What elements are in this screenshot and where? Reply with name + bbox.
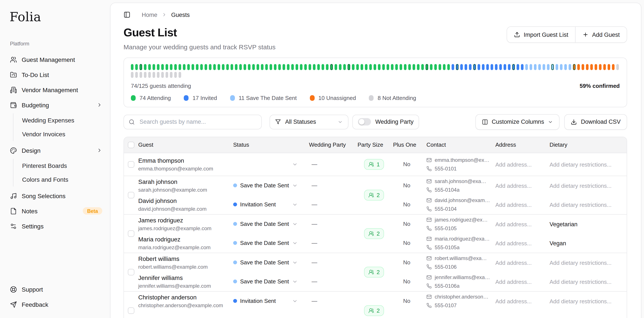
contact-email[interactable]: emma.thompson@example.com — [435, 157, 490, 163]
plus-one-cell[interactable]: No — [393, 221, 426, 227]
contact-phone[interactable]: 555-0101 — [435, 166, 456, 172]
contact-phone[interactable]: 555-0104 — [435, 206, 456, 212]
contact-email[interactable]: christopher.anderson@example.com — [435, 294, 490, 300]
status-cell[interactable]: Save the Date Sent — [233, 253, 309, 272]
status-cell[interactable]: Invitation Sent — [233, 292, 309, 311]
chevron-down-icon[interactable] — [292, 221, 298, 227]
dietary-cell[interactable]: Add dietary restrictions... — [550, 160, 627, 168]
row-checkbox[interactable] — [128, 192, 134, 198]
status-cell[interactable]: Invitation Sent — [233, 195, 309, 214]
status-cell[interactable]: Save the Date Sent — [233, 234, 309, 253]
status-cell[interactable]: Save the Date Sent — [233, 215, 309, 234]
sidebar-subitem-vendor-invoices[interactable]: Vendor Invoices — [22, 127, 104, 141]
contact-email[interactable]: james.rodriguez@example.com — [435, 217, 490, 223]
sidebar-item-to-do-list[interactable]: To-Do List — [10, 67, 104, 82]
contact-phone[interactable]: 555-0106 — [435, 264, 456, 270]
chevron-down-icon[interactable] — [292, 183, 298, 188]
column-header-party-size[interactable]: Party Size — [358, 142, 393, 148]
sidebar-subitem-colors-and-fonts[interactable]: Colors and Fonts — [22, 173, 104, 186]
sidebar-item-support[interactable]: Support — [10, 282, 104, 297]
plus-one-cell[interactable]: No — [393, 278, 426, 285]
row-checkbox[interactable] — [128, 308, 134, 314]
contact-phone[interactable]: 555-0105a — [435, 244, 460, 251]
contact-phone[interactable]: 555-0104a — [435, 187, 460, 193]
contact-phone[interactable]: 555-0107 — [435, 303, 456, 309]
wedding-party-cell[interactable]: — — [309, 278, 358, 285]
address-cell[interactable]: Add address... — [495, 182, 550, 189]
status-filter-select[interactable]: All Statuses — [270, 115, 348, 129]
dietary-cell[interactable]: Add dietary restrictions... — [550, 259, 627, 267]
dietary-cell[interactable]: Add dietary restrictions... — [550, 297, 627, 305]
download-csv-button[interactable]: Download CSV — [564, 114, 627, 130]
status-cell[interactable]: Save the Date Sent — [233, 272, 309, 291]
sidebar-toggle-icon[interactable] — [124, 11, 130, 18]
search-input[interactable] — [139, 118, 256, 126]
sidebar-item-budgeting[interactable]: Budgeting — [10, 97, 104, 113]
column-header-status[interactable]: Status — [233, 142, 309, 148]
plus-one-cell[interactable]: No — [393, 201, 426, 208]
address-cell[interactable]: Add address... — [495, 220, 550, 228]
address-cell[interactable]: Add address... — [495, 239, 550, 247]
dietary-cell[interactable]: Add dietary restrictions... — [550, 278, 627, 286]
column-header-wedding-party[interactable]: Wedding Party — [309, 142, 358, 148]
address-cell[interactable]: Add address... — [495, 278, 550, 286]
sidebar-subitem-pinterest-boards[interactable]: Pinterest Boards — [22, 159, 104, 173]
column-header-address[interactable]: Address — [495, 142, 550, 148]
sidebar-item-settings[interactable]: Settings — [10, 218, 104, 234]
select-all-checkbox[interactable] — [128, 142, 134, 148]
sidebar-item-vendor-management[interactable]: Vendor Management — [10, 82, 104, 97]
column-header-plus-one[interactable]: Plus One — [393, 142, 426, 148]
row-checkbox[interactable] — [128, 230, 134, 237]
chevron-down-icon[interactable] — [292, 161, 298, 167]
sidebar-item-notes[interactable]: NotesBeta — [10, 203, 104, 218]
contact-email[interactable]: sarah.johnson@example.com — [435, 178, 490, 184]
contact-email[interactable]: jennifer.williams@example.com — [435, 274, 490, 280]
wedding-party-cell[interactable]: — — [309, 259, 358, 266]
sidebar-item-song-selections[interactable]: Song Selections — [10, 188, 104, 203]
sidebar-item-feedback[interactable]: Feedback — [10, 297, 104, 312]
chevron-down-icon[interactable] — [292, 202, 298, 207]
row-checkbox[interactable] — [128, 161, 134, 168]
dietary-cell[interactable]: Add dietary restrictions... — [550, 182, 627, 189]
wedding-party-cell[interactable]: — — [309, 221, 358, 227]
plus-one-cell[interactable]: No — [393, 298, 426, 304]
contact-email[interactable]: maria.rodriguez@example.com — [435, 236, 490, 242]
plus-one-cell[interactable]: No — [393, 182, 426, 189]
status-cell[interactable]: Save the Date Sent — [233, 176, 309, 195]
contact-phone[interactable]: 555-0105 — [435, 225, 456, 231]
address-cell[interactable]: Add address... — [495, 201, 550, 208]
status-cell[interactable] — [233, 153, 309, 176]
chevron-down-icon[interactable] — [292, 279, 298, 285]
contact-email[interactable]: robert.williams@example.com — [435, 255, 490, 261]
wedding-party-cell[interactable]: — — [309, 240, 358, 246]
row-checkbox[interactable] — [128, 269, 134, 275]
plus-one-cell[interactable]: No — [393, 259, 426, 266]
address-cell[interactable]: Add address... — [495, 297, 550, 305]
column-header-contact[interactable]: Contact — [426, 142, 495, 148]
contact-email[interactable]: david.johnson@example.com — [435, 197, 490, 203]
breadcrumb-home[interactable]: Home — [142, 11, 157, 18]
wedding-party-cell[interactable]: — — [309, 182, 358, 189]
address-cell[interactable]: Add address... — [495, 160, 550, 168]
contact-phone[interactable]: 555-0106a — [435, 283, 460, 289]
address-cell[interactable]: Add address... — [495, 259, 550, 267]
customize-columns-button[interactable]: Customize Columns — [475, 114, 560, 130]
plus-one-cell[interactable]: No — [393, 240, 426, 246]
chevron-down-icon[interactable] — [292, 260, 298, 265]
sidebar-item-guest-management[interactable]: Guest Management — [10, 52, 104, 67]
add-guest-button[interactable]: Add Guest — [575, 27, 627, 42]
chevron-down-icon[interactable] — [292, 240, 298, 246]
dietary-cell[interactable]: Add dietary restrictions... — [550, 201, 627, 208]
wedding-party-cell[interactable]: — — [309, 201, 358, 208]
dietary-cell[interactable]: Vegetarian — [550, 220, 627, 228]
import-guest-list-button[interactable]: Import Guest List — [507, 27, 575, 42]
column-header-guest[interactable]: Guest — [138, 142, 233, 148]
wedding-party-cell[interactable]: — — [309, 298, 358, 304]
sidebar-item-design[interactable]: Design — [10, 143, 104, 158]
sidebar-subitem-wedding-expenses[interactable]: Wedding Expenses — [22, 113, 104, 127]
wedding-party-toggle[interactable] — [358, 118, 371, 126]
chevron-down-icon[interactable] — [292, 298, 298, 304]
dietary-cell[interactable]: Vegan — [550, 239, 627, 247]
wedding-party-cell[interactable]: — — [309, 161, 358, 168]
plus-one-cell[interactable]: No — [393, 161, 426, 168]
